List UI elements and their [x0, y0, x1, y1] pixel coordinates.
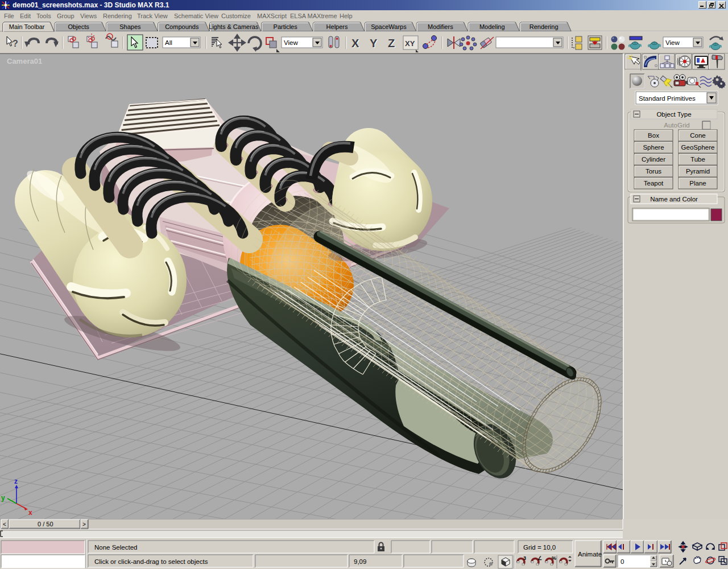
svg-text:Main Toolbar: Main Toolbar: [9, 23, 45, 30]
svg-text:0: 0: [621, 558, 624, 565]
svg-text:Animate: Animate: [578, 551, 602, 558]
svg-text:SpaceWarps: SpaceWarps: [371, 23, 407, 30]
svg-text:Name and Color: Name and Color: [650, 196, 698, 203]
svg-text:Box: Box: [648, 132, 659, 139]
svg-text:Object Type: Object Type: [656, 111, 691, 118]
svg-text:GeoSphere: GeoSphere: [681, 144, 715, 151]
svg-text:Teapot: Teapot: [644, 180, 664, 187]
svg-text:Modeling: Modeling: [479, 23, 505, 30]
svg-text:x: x: [28, 509, 32, 517]
svg-text:Sphere: Sphere: [643, 144, 664, 151]
svg-text:y: y: [1, 494, 5, 502]
svg-text:XY: XY: [405, 39, 415, 48]
svg-text:View: View: [665, 39, 680, 46]
svg-text:Helpers: Helpers: [326, 23, 348, 30]
svg-text:Z: Z: [388, 37, 395, 50]
svg-text:%: %: [552, 555, 556, 561]
svg-text:Cylinder: Cylinder: [642, 156, 665, 163]
svg-text:Standard Primitives: Standard Primitives: [639, 95, 696, 102]
svg-text:Y: Y: [370, 37, 378, 50]
svg-text:Cone: Cone: [690, 132, 706, 139]
svg-text:All: All: [165, 39, 172, 46]
svg-text:Torus: Torus: [646, 168, 661, 175]
svg-text:Camera01: Camera01: [7, 57, 42, 65]
svg-text:None Selected: None Selected: [94, 544, 137, 551]
svg-text:0 / 50: 0 / 50: [38, 521, 53, 527]
svg-text:3: 3: [523, 555, 526, 561]
svg-text:Particles: Particles: [274, 23, 298, 30]
svg-text:9,09: 9,09: [354, 558, 366, 565]
svg-text:?: ?: [13, 39, 18, 48]
svg-text:Compounds: Compounds: [165, 23, 199, 30]
svg-text:Click or click-and-drag to sel: Click or click-and-drag to select object…: [94, 558, 208, 565]
svg-text:>: >: [82, 521, 86, 527]
svg-text:∠: ∠: [537, 555, 542, 561]
svg-text:Rendering: Rendering: [530, 23, 559, 30]
svg-text:Tube: Tube: [690, 156, 705, 163]
svg-text:Shapes: Shapes: [119, 23, 141, 30]
svg-text:AutoGrid: AutoGrid: [664, 122, 689, 129]
svg-text:Lights & Cameras: Lights & Cameras: [209, 23, 259, 30]
svg-text:Modifiers: Modifiers: [428, 23, 453, 30]
svg-text:Plane: Plane: [689, 180, 706, 187]
svg-text:<: <: [3, 521, 6, 527]
svg-text:Objects: Objects: [68, 23, 89, 30]
svg-text:X: X: [351, 37, 359, 50]
svg-text:View: View: [284, 39, 298, 46]
svg-text:z: z: [14, 477, 18, 485]
svg-text:Grid = 10,0: Grid = 10,0: [523, 544, 556, 551]
svg-text:Pyramid: Pyramid: [686, 168, 710, 175]
